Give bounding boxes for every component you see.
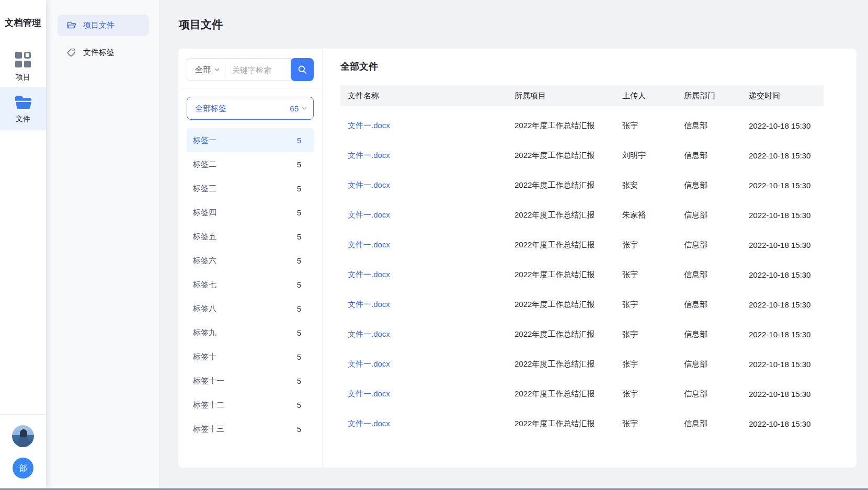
- file-time: 2022-10-18 15:30: [749, 419, 824, 428]
- tag-count: 5: [297, 160, 301, 169]
- file-name-link[interactable]: 文件一.docx: [348, 180, 390, 189]
- table-header: 文件名称所属项目上传人所属部门递交时间: [340, 85, 824, 106]
- search-button[interactable]: [291, 58, 314, 81]
- file-name-link[interactable]: 文件一.docx: [348, 270, 390, 279]
- tag-count: 5: [297, 304, 301, 313]
- table-row: 文件一.docx 2022年度工作总结汇报 张宇 信息部 2022-10-18 …: [340, 260, 824, 290]
- file-name-link[interactable]: 文件一.docx: [348, 121, 390, 130]
- file-project: 2022年度工作总结汇报: [515, 329, 622, 339]
- files-column: 全部文件 文件名称所属项目上传人所属部门递交时间 文件一.docx 2022年度…: [323, 49, 856, 468]
- file-name-link[interactable]: 文件一.docx: [348, 210, 390, 219]
- folder-icon: [14, 94, 32, 111]
- file-department: 信息部: [684, 300, 749, 310]
- all-tags-label: 全部标签: [195, 104, 290, 113]
- tag-label: 标签十二: [193, 400, 297, 410]
- tag-list-item[interactable]: 标签一 5: [187, 128, 314, 152]
- sidebar-item-projects-label: 项目: [16, 73, 30, 82]
- file-time: 2022-10-18 15:30: [749, 121, 824, 130]
- tag-list-item[interactable]: 标签八 5: [187, 297, 314, 321]
- file-uploader: 张宇: [622, 270, 684, 280]
- file-name-link[interactable]: 文件一.docx: [348, 359, 390, 368]
- file-name-link[interactable]: 文件一.docx: [348, 419, 390, 428]
- file-time: 2022-10-18 15:30: [749, 360, 824, 369]
- file-name-link[interactable]: 文件一.docx: [348, 389, 390, 398]
- tag-list-item[interactable]: 标签七 5: [187, 272, 314, 297]
- tag-label: 标签五: [193, 232, 297, 242]
- file-uploader: 张宇: [622, 240, 684, 250]
- primary-nav: 项目 文件: [0, 44, 46, 130]
- tag-count: 5: [297, 352, 301, 361]
- tag-list-item[interactable]: 标签十二 5: [187, 393, 314, 417]
- file-time: 2022-10-18 15:30: [749, 241, 824, 249]
- tag-label: 标签九: [193, 328, 297, 338]
- file-department: 信息部: [684, 240, 749, 250]
- search-scope-value: 全部: [195, 65, 211, 75]
- tag-label: 标签四: [193, 208, 297, 218]
- file-time: 2022-10-18 15:30: [749, 270, 824, 279]
- tag-list-item[interactable]: 标签十一 5: [187, 369, 314, 393]
- tag-list-item[interactable]: 标签二 5: [187, 152, 314, 176]
- tag-label: 标签二: [193, 159, 297, 169]
- file-name-link[interactable]: 文件一.docx: [348, 329, 390, 338]
- sidebar-footer: 部: [0, 414, 46, 488]
- user-avatar[interactable]: [12, 425, 34, 447]
- content-panel: 全部: [178, 49, 856, 468]
- table-column-header: 递交时间: [749, 91, 824, 101]
- table-row: 文件一.docx 2022年度工作总结汇报 张宇 信息部 2022-10-18 …: [340, 230, 824, 260]
- file-department: 信息部: [684, 210, 749, 220]
- tag-label: 标签三: [193, 184, 297, 193]
- sidebar-item-project-files-label: 项目文件: [83, 20, 115, 30]
- sidebar-item-projects[interactable]: 项目: [0, 44, 46, 87]
- search-input[interactable]: [225, 65, 291, 74]
- table-row: 文件一.docx 2022年度工作总结汇报 朱家裕 信息部 2022-10-18…: [340, 200, 824, 230]
- tags-column: 全部: [178, 49, 323, 468]
- tag-list-item[interactable]: 标签五 5: [187, 224, 314, 248]
- table-row: 文件一.docx 2022年度工作总结汇报 张宇 信息部 2022-10-18 …: [340, 379, 824, 409]
- file-time: 2022-10-18 15:30: [749, 151, 824, 160]
- file-name-link[interactable]: 文件一.docx: [348, 300, 390, 309]
- table-body: 文件一.docx 2022年度工作总结汇报 张宇 信息部 2022-10-18 …: [340, 106, 824, 439]
- file-project: 2022年度工作总结汇报: [515, 210, 622, 220]
- tag-count: 5: [297, 208, 301, 217]
- tag-list-item[interactable]: 标签六 5: [187, 248, 314, 272]
- tag-count: 5: [297, 401, 301, 409]
- tag-list-item[interactable]: 标签十 5: [187, 345, 314, 369]
- sidebar-item-file-tags-label: 文件标签: [83, 48, 115, 58]
- all-tags-count: 65: [290, 104, 299, 113]
- table-column-header: 文件名称: [348, 91, 515, 101]
- file-time: 2022-10-18 15:30: [749, 330, 824, 339]
- file-uploader: 张宇: [622, 300, 684, 310]
- app-title: 文档管理: [5, 17, 41, 29]
- file-name-link[interactable]: 文件一.docx: [348, 151, 390, 159]
- folder-open-icon: [66, 20, 76, 30]
- file-project: 2022年度工作总结汇报: [515, 121, 622, 131]
- file-time: 2022-10-18 15:30: [749, 300, 824, 309]
- tag-count: 5: [297, 256, 301, 265]
- tag-list-item[interactable]: 标签三 5: [187, 176, 314, 200]
- tag-label: 标签十一: [193, 376, 297, 386]
- file-time: 2022-10-18 15:30: [749, 211, 824, 220]
- tag-list: 标签一 5 标签二 5 标签三 5 标签四 5 标签五 5 标签六 5 标签七 …: [187, 128, 314, 441]
- file-department: 信息部: [684, 389, 749, 399]
- department-badge[interactable]: 部: [13, 458, 33, 478]
- file-department: 信息部: [684, 151, 749, 161]
- tag-list-item[interactable]: 标签十三 5: [187, 417, 314, 441]
- tag-list-item[interactable]: 标签九 5: [187, 321, 314, 345]
- search-row: 全部: [178, 49, 322, 88]
- file-uploader: 张宇: [622, 329, 684, 339]
- tag-label: 标签七: [193, 280, 297, 290]
- sidebar-item-file-tags[interactable]: 文件标签: [58, 42, 149, 63]
- chevron-down-icon: [214, 66, 220, 73]
- sidebar-item-project-files[interactable]: 项目文件: [58, 15, 149, 36]
- all-tags-selector[interactable]: 全部标签 65: [187, 97, 314, 120]
- sidebar-item-files[interactable]: 文件: [0, 87, 46, 130]
- tag-list-item[interactable]: 标签四 5: [187, 200, 314, 224]
- file-project: 2022年度工作总结汇报: [515, 389, 622, 399]
- chevron-down-icon: [301, 105, 308, 112]
- search-scope-select[interactable]: 全部: [187, 65, 225, 75]
- table-row: 文件一.docx 2022年度工作总结汇报 张安 信息部 2022-10-18 …: [340, 170, 824, 200]
- tag-label: 标签十三: [193, 424, 297, 434]
- tag-count: 5: [297, 377, 301, 385]
- page-title: 项目文件: [179, 17, 223, 32]
- file-name-link[interactable]: 文件一.docx: [348, 240, 390, 249]
